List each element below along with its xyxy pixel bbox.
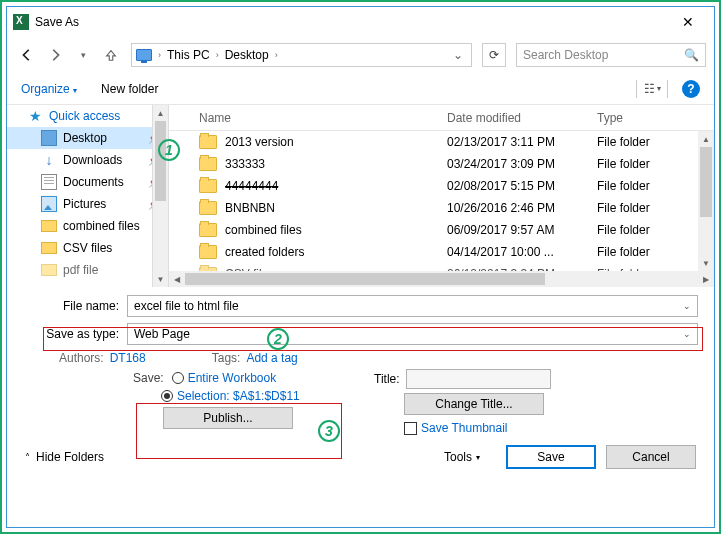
selection-radio[interactable] <box>161 390 173 402</box>
close-button[interactable]: ✕ <box>668 14 708 30</box>
folder-icon <box>199 223 217 237</box>
folder-icon <box>41 220 57 232</box>
hide-folders-button[interactable]: ˄ Hide Folders <box>25 450 104 464</box>
sidebar-item-desktop[interactable]: Desktop 📌 <box>7 127 168 149</box>
titlebar: Save As ✕ <box>7 7 714 37</box>
star-icon: ★ <box>27 108 43 124</box>
file-list: Name Date modified Type 2013 version02/1… <box>169 105 714 287</box>
column-header-date[interactable]: Date modified <box>447 111 597 125</box>
organize-button[interactable]: Organize ▾ <box>21 82 77 96</box>
title-label: Title: <box>374 372 400 386</box>
breadcrumb-segment[interactable]: Desktop <box>221 48 273 62</box>
search-input[interactable]: Search Desktop 🔍 <box>516 43 706 67</box>
this-pc-icon <box>136 49 152 61</box>
sidebar-item-label: Documents <box>63 175 124 189</box>
list-item[interactable]: 2013 version02/13/2017 3:11 PMFile folde… <box>169 131 714 153</box>
chevron-up-icon: ˄ <box>25 452 30 463</box>
chevron-right-icon: › <box>214 50 221 60</box>
savetype-label: Save as type: <box>23 327 127 341</box>
authors-value[interactable]: DT168 <box>110 351 146 365</box>
up-button[interactable] <box>99 43 123 67</box>
address-dropdown[interactable]: ⌄ <box>449 48 467 62</box>
search-placeholder: Search Desktop <box>523 48 608 62</box>
sidebar-item-folder[interactable]: pdf file <box>7 259 168 281</box>
authors-label: Authors: <box>59 351 104 365</box>
column-header-type[interactable]: Type <box>597 111 714 125</box>
back-button[interactable] <box>15 43 39 67</box>
new-folder-button[interactable]: New folder <box>101 82 158 96</box>
sidebar-item-label: CSV files <box>63 241 112 255</box>
sidebar-item-downloads[interactable]: ↓ Downloads 📌 <box>7 149 168 171</box>
sidebar-item-label: combined files <box>63 219 140 233</box>
list-item[interactable]: combined files06/09/2017 9:57 AMFile fol… <box>169 219 714 241</box>
sidebar-item-label: Quick access <box>49 109 120 123</box>
folder-icon <box>199 179 217 193</box>
tags-value[interactable]: Add a tag <box>246 351 297 365</box>
column-header-name[interactable]: Name <box>199 111 447 125</box>
chevron-down-icon[interactable]: ⌄ <box>683 301 691 311</box>
sidebar-item-pictures[interactable]: Pictures 📌 <box>7 193 168 215</box>
document-icon <box>41 174 57 190</box>
scrollbar-thumb[interactable] <box>155 121 166 201</box>
tools-button[interactable]: Tools ▾ <box>444 450 480 464</box>
save-as-dialog: Save As ✕ ▾ › This PC › Desktop › ⌄ ⟳ Se… <box>6 6 715 528</box>
picture-icon <box>41 196 57 212</box>
dialog-title: Save As <box>35 15 79 29</box>
scrollbar-thumb[interactable] <box>185 273 545 285</box>
address-bar[interactable]: › This PC › Desktop › ⌄ <box>131 43 472 67</box>
breadcrumb-segment[interactable]: This PC <box>163 48 214 62</box>
cancel-button[interactable]: Cancel <box>606 445 696 469</box>
filename-input[interactable]: excel file to html file ⌄ <box>127 295 698 317</box>
entire-workbook-label: Entire Workbook <box>188 371 276 385</box>
folder-icon <box>199 135 217 149</box>
view-options-button[interactable]: ☷ ▾ <box>636 80 668 98</box>
filename-label: File name: <box>23 299 127 313</box>
save-label: Save: <box>133 371 164 385</box>
chevron-right-icon: › <box>156 50 163 60</box>
save-thumbnail-checkbox[interactable] <box>404 422 417 435</box>
refresh-button[interactable]: ⟳ <box>482 43 506 67</box>
recent-locations-button[interactable]: ▾ <box>71 43 95 67</box>
sidebar-item-label: Desktop <box>63 131 107 145</box>
change-title-button[interactable]: Change Title... <box>404 393 544 415</box>
form-area: File name: excel file to html file ⌄ Sav… <box>7 287 714 435</box>
entire-workbook-radio[interactable] <box>172 372 184 384</box>
folder-icon <box>199 245 217 259</box>
tags-label: Tags: <box>212 351 241 365</box>
save-options: Save: Entire Workbook Selection: $A$1:$D… <box>133 369 328 435</box>
sidebar-item-folder[interactable]: CSV files <box>7 237 168 259</box>
navigation-pane: ★ Quick access Desktop 📌 ↓ Downloads 📌 D… <box>7 105 169 287</box>
sidebar-item-documents[interactable]: Documents 📌 <box>7 171 168 193</box>
forward-button[interactable] <box>43 43 67 67</box>
scrollbar-thumb[interactable] <box>700 147 712 217</box>
list-item[interactable]: BNBNBN10/26/2016 2:46 PMFile folder <box>169 197 714 219</box>
sidebar-item-folder[interactable]: combined files <box>7 215 168 237</box>
chevron-right-icon: › <box>273 50 280 60</box>
navigation-bar: ▾ › This PC › Desktop › ⌄ ⟳ Search Deskt… <box>7 37 714 73</box>
help-button[interactable]: ? <box>682 80 700 98</box>
list-item[interactable]: 4444444402/08/2017 5:15 PMFile folder <box>169 175 714 197</box>
publish-button[interactable]: Publish... <box>163 407 293 429</box>
excel-icon <box>13 14 29 30</box>
list-item[interactable]: 33333303/24/2017 3:09 PMFile folder <box>169 153 714 175</box>
title-options: Title: Change Title... Save Thumbnail <box>374 369 551 435</box>
chevron-down-icon[interactable]: ⌄ <box>683 329 691 339</box>
folder-icon <box>41 264 57 276</box>
list-horizontal-scrollbar[interactable]: ◀ ▶ <box>169 271 714 287</box>
folder-icon <box>199 157 217 171</box>
save-thumbnail-label: Save Thumbnail <box>421 421 508 435</box>
sidebar-scrollbar[interactable]: ▲ ▼ <box>152 105 168 287</box>
savetype-dropdown[interactable]: Web Page ⌄ <box>127 323 698 345</box>
desktop-icon <box>41 130 57 146</box>
list-item[interactable]: created folders04/14/2017 10:00 ...File … <box>169 241 714 263</box>
download-icon: ↓ <box>41 152 57 168</box>
body: ★ Quick access Desktop 📌 ↓ Downloads 📌 D… <box>7 105 714 287</box>
search-icon: 🔍 <box>684 48 699 62</box>
footer: ˄ Hide Folders Tools ▾ Save Cancel <box>7 435 714 479</box>
folder-icon <box>41 242 57 254</box>
list-vertical-scrollbar[interactable]: ▲ ▼ <box>698 131 714 271</box>
title-input[interactable] <box>406 369 551 389</box>
sidebar-item-label: Downloads <box>63 153 122 167</box>
save-button[interactable]: Save <box>506 445 596 469</box>
sidebar-item-quick-access[interactable]: ★ Quick access <box>7 105 168 127</box>
